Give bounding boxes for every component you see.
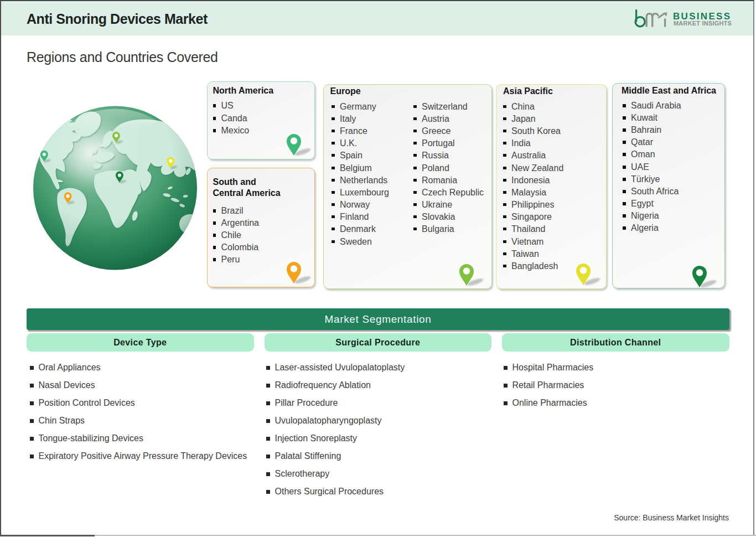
svg-text:MARKET INSIGHTS: MARKET INSIGHTS <box>674 19 732 26</box>
